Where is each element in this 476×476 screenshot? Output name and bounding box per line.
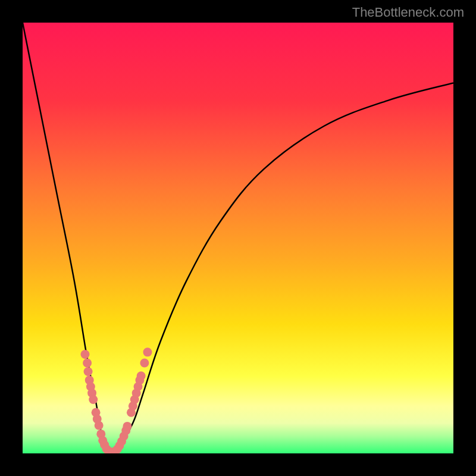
chart-curve (23, 23, 453, 453)
chart-container (23, 23, 453, 453)
data-marker (143, 347, 152, 356)
data-marker (83, 358, 92, 367)
data-marker (84, 367, 93, 376)
watermark-text: TheBottleneck.com (352, 5, 464, 20)
data-marker (123, 422, 131, 431)
data-marker (89, 395, 98, 404)
data-marker (137, 371, 146, 380)
data-marker (80, 350, 89, 359)
data-marker (95, 421, 104, 430)
data-marker (140, 358, 149, 367)
